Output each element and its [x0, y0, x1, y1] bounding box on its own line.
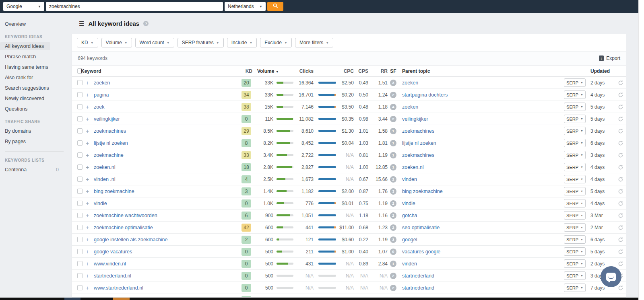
keyword-link[interactable]: veilingkijker [94, 116, 237, 122]
sidebar-item-having-same-terms[interactable]: Having same terms [0, 63, 53, 71]
parent-topic-link[interactable]: gotcha [402, 213, 417, 218]
add-to-list-icon[interactable]: + [86, 201, 94, 206]
serp-button[interactable]: SERP▼ [564, 247, 586, 256]
keyword-link[interactable]: google instellen als zoekmachine [94, 237, 237, 242]
keyword-link[interactable]: vindie [94, 201, 237, 206]
add-to-list-icon[interactable]: + [86, 249, 94, 255]
sidebar-item-overview[interactable]: Overview [0, 20, 31, 28]
serp-button[interactable]: SERP▼ [564, 90, 586, 99]
refresh-icon[interactable] [615, 116, 626, 122]
refresh-icon[interactable] [615, 249, 626, 255]
serp-button[interactable]: SERP▼ [564, 211, 586, 220]
serp-button[interactable]: SERP▼ [564, 103, 586, 111]
add-to-list-icon[interactable]: + [86, 128, 94, 134]
keyword-link[interactable]: www.vinden.nl [94, 261, 237, 267]
country-select[interactable]: Netherlands ▼ [225, 2, 266, 11]
serp-button[interactable]: SERP▼ [564, 223, 586, 232]
row-checkbox[interactable] [77, 213, 83, 218]
refresh-icon[interactable] [615, 128, 626, 134]
add-to-list-icon[interactable]: + [86, 92, 94, 98]
row-checkbox[interactable] [77, 164, 83, 170]
keyword-link[interactable]: google vacatures [94, 249, 237, 255]
serp-button[interactable]: SERP▼ [564, 115, 586, 123]
info-icon[interactable]: ? [143, 21, 149, 26]
refresh-icon[interactable] [615, 285, 626, 291]
export-button[interactable]: ↓ Export [599, 55, 620, 61]
keyword-link[interactable]: startnederland.nl [94, 273, 237, 279]
parent-topic-link[interactable]: startnederland [402, 273, 434, 279]
sidebar-item-also-rank-for[interactable]: Also rank for [0, 74, 38, 82]
col-header-volume[interactable]: Volume ▼ [256, 68, 295, 74]
serp-button[interactable]: SERP▼ [564, 284, 586, 292]
filter-button-volume[interactable]: Volume▼ [101, 38, 132, 47]
row-checkbox[interactable] [77, 249, 83, 254]
add-to-list-icon[interactable]: + [86, 152, 94, 158]
add-to-list-icon[interactable]: + [86, 140, 94, 146]
serp-button[interactable]: SERP▼ [564, 163, 586, 171]
parent-topic-link[interactable]: vinden [402, 177, 417, 182]
parent-topic-link[interactable]: zoekmachines [402, 128, 434, 134]
add-to-list-icon[interactable]: + [86, 237, 94, 242]
refresh-icon[interactable] [615, 261, 626, 267]
filter-button-include[interactable]: Include▼ [227, 38, 257, 47]
serp-button[interactable]: SERP▼ [564, 271, 586, 280]
keyword-link[interactable]: www.startnederland.nl [94, 285, 237, 291]
keyword-link[interactable]: zoeken [94, 80, 237, 86]
sidebar-item-newly-discovered[interactable]: Newly discovered [0, 95, 49, 103]
row-checkbox[interactable] [77, 116, 83, 121]
add-to-list-icon[interactable]: + [86, 104, 94, 110]
add-to-list-icon[interactable]: + [86, 261, 94, 267]
parent-topic-link[interactable]: vindie [402, 201, 415, 206]
parent-topic-link[interactable]: vacatures google [402, 249, 440, 255]
sidebar-item-by-pages[interactable]: By pages [0, 138, 31, 146]
serp-button[interactable]: SERP▼ [564, 199, 586, 208]
add-to-list-icon[interactable]: + [86, 285, 94, 291]
parent-topic-link[interactable]: zoeken [402, 104, 418, 110]
keyword-link[interactable]: pagina [94, 92, 237, 98]
add-to-list-icon[interactable]: + [86, 164, 94, 170]
refresh-icon[interactable] [615, 140, 626, 146]
serp-button[interactable]: SERP▼ [564, 175, 586, 183]
refresh-icon[interactable] [615, 237, 626, 242]
parent-topic-link[interactable]: zoekmachines [402, 152, 434, 158]
serp-button[interactable]: SERP▼ [564, 127, 586, 135]
keyword-link[interactable]: zoekmachine optimalisatie [94, 225, 237, 230]
refresh-icon[interactable] [615, 213, 626, 218]
refresh-icon[interactable] [615, 92, 626, 98]
menu-icon[interactable]: ☰ [79, 21, 84, 27]
sidebar-item-all-keyword-ideas[interactable]: All keyword ideas [0, 42, 50, 50]
refresh-icon[interactable] [615, 152, 626, 158]
sidebar-item-search-suggestions[interactable]: Search suggestions [0, 84, 54, 92]
row-checkbox[interactable] [77, 140, 83, 146]
parent-topic-link[interactable]: veilingkijker [402, 116, 428, 122]
add-to-list-icon[interactable]: + [86, 225, 94, 230]
keyword-search-input[interactable] [46, 2, 223, 11]
add-to-list-icon[interactable]: + [86, 177, 94, 182]
add-to-list-icon[interactable]: + [86, 273, 94, 279]
keyword-link[interactable]: zoekmachine wachtwoorden [94, 213, 237, 218]
filter-button-serp-features[interactable]: SERP features▼ [178, 38, 224, 47]
add-to-list-icon[interactable]: + [86, 189, 94, 194]
sidebar-item-by-domains[interactable]: By domains [0, 127, 36, 135]
refresh-icon[interactable] [615, 104, 626, 110]
serp-button[interactable]: SERP▼ [564, 235, 586, 244]
row-checkbox[interactable] [77, 225, 83, 230]
row-checkbox[interactable] [77, 92, 83, 97]
row-checkbox[interactable] [77, 261, 83, 266]
sidebar-item-phrase-match[interactable]: Phrase match [0, 53, 41, 61]
row-checkbox[interactable] [77, 285, 83, 290]
refresh-icon[interactable] [615, 164, 626, 170]
row-checkbox[interactable] [77, 189, 83, 194]
parent-topic-link[interactable]: seo optimalisatie [402, 225, 440, 230]
filter-button-more-filters[interactable]: More filters▼ [295, 38, 333, 47]
row-checkbox[interactable] [77, 128, 83, 134]
sidebar-item-questions[interactable]: Questions [0, 105, 32, 113]
keyword-link[interactable]: vinden .nl [94, 177, 237, 182]
filter-button-kd[interactable]: KD▼ [77, 38, 98, 47]
sidebar-item-centenna[interactable]: Centenna0 [0, 166, 64, 174]
row-checkbox[interactable] [77, 237, 83, 242]
keyword-link[interactable]: zoeken.nl [94, 164, 237, 170]
add-to-list-icon[interactable]: + [86, 80, 94, 86]
keyword-link[interactable]: zoekmachine [94, 152, 237, 158]
refresh-icon[interactable] [615, 225, 626, 230]
